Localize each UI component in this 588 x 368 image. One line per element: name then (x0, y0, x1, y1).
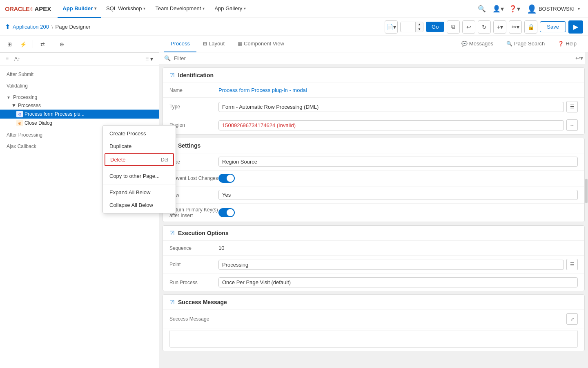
user-settings-btn[interactable]: 👤▾ (491, 2, 506, 16)
point-select[interactable]: Processing (218, 260, 564, 270)
lost-label: Prevent Lost Changes (169, 175, 218, 181)
grid-view-btn[interactable]: ⊞ (3, 38, 16, 50)
page-up-arrow[interactable]: ▲ (416, 22, 423, 27)
run-process-select[interactable]: Once Per Page Visit (default) (218, 277, 578, 287)
settings-section: ☑ Settings Type Region Source (163, 138, 585, 222)
ctx-separator (103, 168, 176, 168)
nav-app-gallery[interactable]: App Gallery ▾ (209, 0, 251, 18)
type-list-icon[interactable]: ☰ (566, 101, 578, 112)
save-button[interactable]: Save (540, 21, 566, 32)
processing-arrow: ▼ (7, 95, 11, 100)
region-label: Region (169, 122, 218, 128)
region-arrow-btn[interactable]: → (566, 119, 578, 131)
processes-sublabel[interactable]: ▼ Processes (0, 101, 159, 110)
tab-help[interactable]: ❓ Help (551, 36, 583, 52)
add-btn[interactable]: +▾ (493, 20, 506, 34)
context-menu: Create Process Duplicate Delete Del Copy… (102, 125, 176, 213)
scrollbar-thumb[interactable] (585, 179, 588, 203)
copy-page-btn[interactable]: ⧉ (447, 20, 460, 34)
list-icon: ≡ (6, 56, 9, 62)
region-select[interactable]: 150092696734174624 (Invalid) (218, 120, 564, 130)
nav-sql-workshop[interactable]: SQL Workshop ▾ (101, 0, 150, 18)
name-label: Name (169, 88, 218, 93)
ajax-callback-text: Ajax Callback (7, 144, 36, 149)
undo-btn[interactable]: ↩ (462, 20, 475, 34)
validating-text: Validating (7, 83, 28, 89)
ctx-collapse-all[interactable]: Collapse All Below (103, 199, 176, 211)
filter-tab-list[interactable]: ≡ (3, 55, 11, 63)
settings-type-label: Type (169, 159, 218, 165)
primary-key-toggle[interactable] (218, 208, 235, 217)
ctx-duplicate[interactable]: Duplicate (103, 140, 176, 153)
page-number-input[interactable]: 7 (401, 22, 415, 31)
page-search-icon: 🔍 (506, 41, 512, 47)
team-dev-chevron: ▾ (203, 6, 205, 11)
search-icon-btn[interactable]: 🔍 (474, 2, 489, 16)
tab-component-view[interactable]: ▦ Component View (231, 36, 291, 52)
component-icon: ▦ (238, 41, 242, 47)
row-select[interactable]: Yes (218, 190, 578, 200)
second-navigation: ⬆ Application 200 \ Page Designer 📄▾ 7 ▲… (0, 18, 588, 36)
ctx-copy-other-page[interactable]: Copy to other Page... (103, 170, 176, 182)
ctx-expand-all[interactable]: Expand All Below (103, 186, 176, 199)
ctx-create-process[interactable]: Create Process (103, 127, 176, 140)
type-select[interactable]: Form - Automatic Row Processing (DML) (218, 102, 564, 112)
tab-messages[interactable]: 💬 Messages (455, 36, 500, 52)
settings-type-select[interactable]: Region Source (218, 157, 578, 167)
back-icon[interactable]: ⬆ (5, 23, 10, 31)
success-expand-btn[interactable]: ⤢ (566, 313, 578, 325)
filter-tab-alpha[interactable]: A↕ (12, 55, 22, 63)
lost-toggle[interactable] (218, 174, 235, 183)
processes-text: Processes (18, 103, 41, 108)
top-navigation: ORACLE ® APEX App Builder ▾ SQL Workshop… (0, 0, 588, 18)
after-submit-label[interactable]: After Submit (0, 70, 159, 79)
tab-page-search[interactable]: 🔍 Page Search (500, 36, 551, 52)
ctx-delete-label: Delete (110, 157, 126, 163)
prop-row-region: Region 150092696734174624 (Invalid) → (163, 116, 584, 134)
utilities-btn[interactable]: ✂▾ (509, 20, 522, 34)
execution-toggle[interactable]: ☑ (169, 230, 175, 236)
user-menu[interactable]: 👤 BOSTROWSKI ▾ (523, 4, 583, 14)
go-button[interactable]: Go (426, 22, 444, 32)
nav-team-development[interactable]: Team Development ▾ (150, 0, 209, 18)
success-msg-textarea[interactable] (170, 330, 577, 346)
success-msg-textarea-wrapper (169, 330, 578, 348)
ctx-delete[interactable]: Delete Del (105, 153, 174, 166)
identification-toggle[interactable]: ☑ (169, 72, 175, 79)
lock-btn[interactable]: 🔒 (524, 20, 537, 34)
exchange-btn[interactable]: ⇄ (36, 38, 49, 50)
settings-title: Settings (178, 142, 200, 149)
structure-btn[interactable]: ⊕ (56, 38, 68, 50)
type-label: Type (169, 104, 218, 110)
execution-title: Execution Options (178, 230, 229, 236)
name-value: Process form Process plug-in - modal (218, 87, 578, 93)
point-list-icon[interactable]: ☰ (566, 259, 578, 270)
run-button[interactable]: ▶ (568, 20, 583, 34)
hamburger-menu[interactable]: ≡ ▾ (143, 54, 156, 63)
tab-process[interactable]: Process (164, 36, 196, 52)
tree-item-process-form[interactable]: ⚙ Process form Process plu... (0, 110, 159, 119)
flash-btn[interactable]: ⚡ (17, 38, 29, 50)
app-gallery-chevron: ▾ (244, 6, 246, 11)
redo-btn[interactable]: ↻ (478, 20, 491, 34)
filter-input[interactable] (174, 55, 572, 61)
run-process-select-row: Once Per Page Visit (default) (218, 277, 578, 287)
tab-layout[interactable]: ⊞ Layout (196, 36, 231, 52)
execution-header: ☑ Execution Options (163, 226, 584, 241)
breadcrumb-app-link[interactable]: Application 200 (13, 24, 49, 30)
nav-app-builder[interactable]: App Builder ▾ (58, 0, 101, 18)
far-right-tab-area: 💬 Messages 🔍 Page Search ❓ Help (455, 36, 583, 52)
process-content-area: 🔍 ↩▾ ☑ Identification Name P (159, 52, 588, 368)
main-container: ⊞ ⚡ ⇄ ⊕ ≡ A↕ ≡ ▾ (0, 36, 588, 368)
page-down-arrow[interactable]: ▼ (416, 27, 423, 32)
validating-label[interactable]: Validating (0, 82, 159, 90)
row-label: Row (169, 192, 218, 198)
user-chevron: ▾ (578, 7, 580, 11)
success-toggle[interactable]: ☑ (169, 299, 175, 305)
content-with-right-panel: 🔍 ↩▾ ☑ Identification Name P (159, 52, 588, 368)
processing-label[interactable]: ▼ Processing (0, 93, 159, 101)
help-btn[interactable]: ❓▾ (507, 2, 522, 16)
prop-row-name: Name Process form Process plug-in - moda… (163, 83, 584, 98)
new-page-btn[interactable]: 📄▾ (385, 20, 398, 34)
filter-action-icon[interactable]: ↩▾ (575, 55, 583, 61)
